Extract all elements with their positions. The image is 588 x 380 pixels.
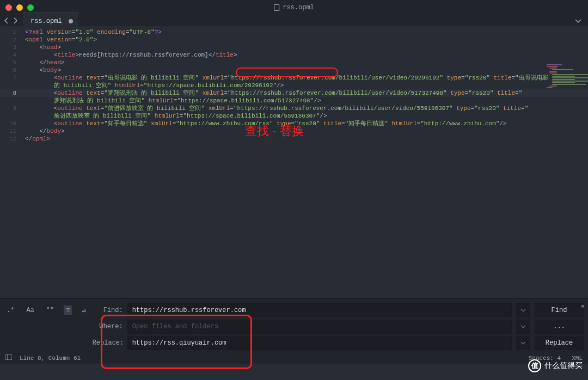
case-toggle[interactable]: Aa xyxy=(24,305,36,315)
annotation-text: 查找 - 替换 xyxy=(245,127,304,135)
watermark: 值 什么值得买 xyxy=(528,359,583,372)
close-window-button[interactable] xyxy=(5,4,12,11)
nav-back-button[interactable] xyxy=(3,17,10,24)
panel-switcher-icon[interactable] xyxy=(5,354,12,361)
code-content[interactable]: <?xml version="1.0" encoding="UTF-8"?><o… xyxy=(22,26,588,298)
find-history-dropdown[interactable] xyxy=(516,303,530,317)
traffic-lights xyxy=(5,4,34,11)
line-number-gutter: 123456789101112 xyxy=(0,26,22,298)
replace-history-dropdown[interactable] xyxy=(516,336,530,350)
where-input[interactable] xyxy=(127,320,512,334)
unsaved-indicator-icon xyxy=(69,19,73,23)
window-title-text: rss.opml xyxy=(283,4,314,11)
wrap-toggle[interactable]: ≡ xyxy=(64,305,72,315)
find-replace-panel: .* Aa "" ≡ ⇄ Find: Find Where: ... Repla… xyxy=(0,298,588,352)
status-bar: Line 8, Column 61 Spaces: 4 XML xyxy=(0,352,588,364)
window-title: rss.opml xyxy=(274,4,314,11)
watermark-badge: 值 xyxy=(528,359,541,372)
collapse-icon[interactable] xyxy=(575,17,581,24)
find-toggles: .* Aa "" ≡ ⇄ xyxy=(4,303,88,317)
editor-area: 123456789101112 <?xml version="1.0" enco… xyxy=(0,26,588,298)
close-find-panel-button[interactable]: ✕ xyxy=(581,302,585,310)
find-input[interactable] xyxy=(127,303,512,317)
nav-row: rss.opml xyxy=(0,15,588,26)
in-selection-toggle[interactable]: ⇄ xyxy=(79,305,88,316)
where-history-dropdown[interactable] xyxy=(516,320,530,334)
minimap[interactable] xyxy=(547,64,585,113)
watermark-text: 什么值得买 xyxy=(544,361,583,371)
tab-label: rss.opml xyxy=(30,17,62,25)
find-button[interactable]: Find xyxy=(535,303,584,317)
regex-toggle[interactable]: .* xyxy=(4,305,16,315)
svg-rect-0 xyxy=(5,354,12,360)
find-label: Find: xyxy=(93,307,123,314)
where-label: Where: xyxy=(93,323,123,330)
replace-input[interactable] xyxy=(127,336,512,350)
minimize-window-button[interactable] xyxy=(16,4,23,11)
replace-label: Replace: xyxy=(93,339,123,347)
where-button[interactable]: ... xyxy=(535,320,584,334)
file-icon xyxy=(274,4,279,11)
maximize-window-button[interactable] xyxy=(27,4,34,11)
nav-forward-button[interactable] xyxy=(12,17,19,24)
whole-word-toggle[interactable]: "" xyxy=(44,305,56,315)
status-cursor[interactable]: Line 8, Column 61 xyxy=(20,355,81,361)
window-titlebar: rss.opml xyxy=(0,0,588,15)
replace-button[interactable]: Replace xyxy=(535,336,584,350)
